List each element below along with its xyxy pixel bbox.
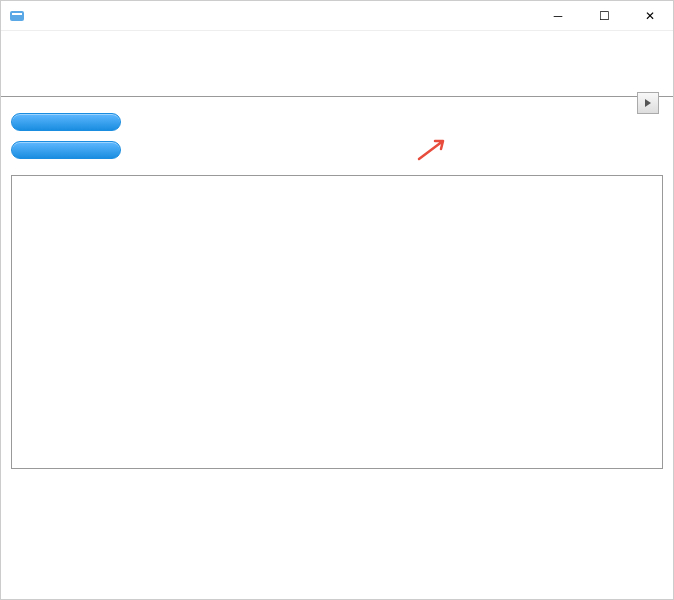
menubar	[1, 31, 673, 53]
disk-header	[1, 97, 673, 109]
close-button[interactable]: ✕	[627, 1, 673, 31]
svg-rect-1	[12, 13, 22, 15]
app-icon	[9, 8, 25, 24]
svg-rect-0	[10, 11, 24, 21]
status-panel	[11, 109, 121, 169]
disk-tabs	[1, 53, 673, 97]
smart-table[interactable]	[11, 175, 663, 469]
temperature-badge[interactable]	[11, 141, 121, 159]
health-status-badge[interactable]	[11, 113, 121, 131]
maximize-button[interactable]: ☐	[581, 1, 627, 31]
titlebar: ─ ☐ ✕	[1, 1, 673, 31]
minimize-button[interactable]: ─	[535, 1, 581, 31]
